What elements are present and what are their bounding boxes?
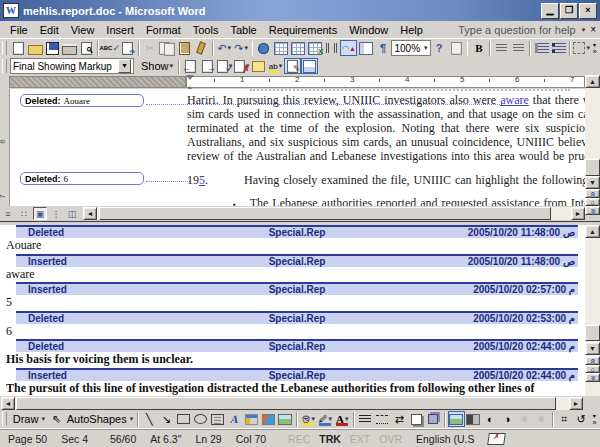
horizontal-ruler[interactable]: 1 2 3 4 5 6 7 bbox=[0, 75, 600, 89]
status-section[interactable]: Sec 4 bbox=[61, 433, 88, 445]
fill-color-icon[interactable]: 🪣︎▾ bbox=[300, 411, 317, 427]
new-document-icon[interactable] bbox=[10, 40, 27, 56]
undo-icon[interactable]: ↶▾ bbox=[216, 40, 233, 56]
insert-table-icon[interactable] bbox=[289, 40, 306, 56]
maximize-button[interactable]: ❒ bbox=[560, 3, 578, 19]
print-preview-icon[interactable]: 🔍︎ bbox=[78, 40, 95, 56]
revision-entry[interactable]: Special.RepInsertedص 11:48:00 2005/10/20… bbox=[0, 254, 585, 283]
oval-icon[interactable] bbox=[192, 411, 209, 427]
menu-view[interactable]: View bbox=[65, 22, 101, 38]
deleted-balloon-2[interactable]: Deleted: 6 bbox=[20, 172, 144, 185]
less-contrast-icon[interactable]: ◑ bbox=[499, 411, 516, 427]
help-icon[interactable]: ? bbox=[431, 40, 448, 56]
menu-format[interactable]: Format bbox=[140, 22, 187, 38]
scrollbar-track[interactable] bbox=[97, 207, 571, 220]
next-page-icon[interactable]: « bbox=[585, 373, 600, 382]
arrow-icon[interactable]: ↘ bbox=[158, 411, 175, 427]
menu-table[interactable]: Table bbox=[224, 22, 262, 38]
scrollbar-thumb[interactable] bbox=[99, 207, 551, 220]
more-contrast-icon[interactable]: ◐ bbox=[482, 411, 499, 427]
insert-comment-icon[interactable] bbox=[250, 58, 267, 74]
crop-icon[interactable]: ⌗ bbox=[556, 411, 573, 427]
draw-menu-button[interactable]: Draw▾ bbox=[10, 410, 48, 428]
copy-icon[interactable] bbox=[159, 40, 176, 56]
zoom-select[interactable]: 100%▾ bbox=[391, 40, 430, 56]
vertical-ruler[interactable]: 6 7 bbox=[0, 89, 10, 206]
rectangle-icon[interactable] bbox=[175, 411, 192, 427]
menu-edit[interactable]: Edit bbox=[34, 22, 65, 38]
ask-help-input[interactable]: Type a question for help bbox=[458, 24, 575, 36]
bold-icon[interactable]: B bbox=[470, 40, 487, 56]
scroll-right-icon[interactable]: ► bbox=[569, 397, 583, 410]
menu-window[interactable]: Window bbox=[343, 22, 394, 38]
status-rec[interactable]: REC bbox=[288, 433, 310, 445]
select-browse-object-icon[interactable]: ○ bbox=[585, 198, 600, 206]
deleted-balloon-1[interactable]: Deleted: Aouare bbox=[20, 94, 144, 107]
next-change-icon[interactable]: → bbox=[199, 58, 216, 74]
more-brightness-icon[interactable]: ✳ bbox=[516, 411, 533, 427]
reject-change-icon[interactable]: ✗▾ bbox=[233, 58, 250, 74]
hyperlink-icon[interactable] bbox=[255, 40, 272, 56]
scrollbar-thumb[interactable] bbox=[585, 325, 600, 341]
normal-view-icon[interactable]: ≡ bbox=[1, 207, 15, 220]
show-hide-icon[interactable]: ¶ bbox=[374, 40, 391, 56]
menu-file[interactable]: File bbox=[4, 22, 34, 38]
paste-icon[interactable] bbox=[176, 40, 193, 56]
rtl-paragraph-icon[interactable] bbox=[510, 40, 527, 56]
reviewing-pane-icon[interactable] bbox=[301, 58, 318, 74]
open-icon[interactable] bbox=[27, 40, 44, 56]
numbering-icon[interactable] bbox=[533, 40, 550, 56]
previous-page-icon[interactable]: « bbox=[585, 189, 600, 198]
font-color-icon[interactable]: A▾ bbox=[334, 411, 351, 427]
tables-borders-icon[interactable] bbox=[272, 40, 289, 56]
picture-icon[interactable] bbox=[448, 411, 465, 427]
previous-page-icon[interactable]: « bbox=[585, 356, 600, 365]
scroll-down-icon[interactable]: ▼ bbox=[585, 342, 600, 355]
accept-change-icon[interactable]: ✓▾ bbox=[216, 58, 233, 74]
insert-picture-icon[interactable] bbox=[277, 411, 294, 427]
revision-entry[interactable]: Special.RepInsertedم 02:44:00 2005/10/20… bbox=[0, 368, 585, 397]
ltr-paragraph-icon[interactable] bbox=[493, 40, 510, 56]
rotate-left-icon[interactable]: ↺ bbox=[573, 411, 590, 427]
scroll-up-icon[interactable]: ▲ bbox=[585, 75, 600, 88]
research-icon[interactable]: ❧ bbox=[119, 40, 136, 56]
line-style-icon[interactable] bbox=[357, 411, 374, 427]
scrollbar-track[interactable] bbox=[15, 397, 569, 410]
cut-icon[interactable]: ✂ bbox=[142, 40, 159, 56]
outside-border-icon[interactable]: ▾ bbox=[573, 40, 590, 56]
threed-style-icon[interactable] bbox=[425, 411, 442, 427]
menu-insert[interactable]: Insert bbox=[100, 22, 140, 38]
autoshapes-menu-button[interactable]: AutoShapes▾ bbox=[65, 410, 135, 428]
shadow-style-icon[interactable] bbox=[408, 411, 425, 427]
outline-view-icon[interactable]: ⋮ bbox=[49, 207, 63, 220]
line-color-icon[interactable]: 🖉︎▾ bbox=[317, 411, 334, 427]
track-changes-icon[interactable]: ✎ bbox=[284, 58, 301, 74]
select-browse-object-icon[interactable]: ○ bbox=[585, 365, 600, 373]
toolbar-grip[interactable] bbox=[2, 59, 7, 73]
scrollbar-thumb[interactable] bbox=[585, 159, 600, 176]
menu-tools[interactable]: Tools bbox=[187, 22, 225, 38]
status-position[interactable]: 56/60 bbox=[110, 433, 136, 445]
print-layout-view-icon[interactable]: ▣ bbox=[33, 207, 47, 220]
next-page-icon[interactable]: « bbox=[585, 206, 600, 215]
drawing-icon[interactable]: ◠▲ bbox=[340, 40, 357, 56]
dash-style-icon[interactable] bbox=[374, 411, 391, 427]
menu-requirements[interactable]: Requirements bbox=[263, 22, 343, 38]
scroll-left-icon[interactable]: ◄ bbox=[1, 397, 15, 410]
document-map-icon[interactable] bbox=[357, 40, 374, 56]
menu-help[interactable]: Help bbox=[394, 22, 429, 38]
save-icon[interactable] bbox=[44, 40, 61, 56]
reading-layout-view-icon[interactable]: ◫ bbox=[65, 207, 79, 220]
print-icon[interactable] bbox=[61, 40, 78, 56]
toolbar-grip[interactable] bbox=[2, 412, 7, 426]
close-ask-icon[interactable]: × bbox=[590, 24, 596, 35]
read-icon[interactable] bbox=[448, 40, 465, 56]
toolbar-options-icon[interactable]: ▾» bbox=[590, 41, 599, 55]
scrollbar-thumb[interactable] bbox=[16, 397, 556, 410]
scroll-right-icon[interactable]: ► bbox=[571, 207, 585, 220]
chevron-down-icon[interactable]: ▾ bbox=[582, 26, 586, 34]
scroll-up-icon[interactable]: ▲ bbox=[585, 225, 600, 238]
web-layout-view-icon[interactable]: ∷ bbox=[17, 207, 31, 220]
status-ext[interactable]: EXT bbox=[350, 433, 370, 445]
previous-change-icon[interactable]: ← bbox=[182, 58, 199, 74]
